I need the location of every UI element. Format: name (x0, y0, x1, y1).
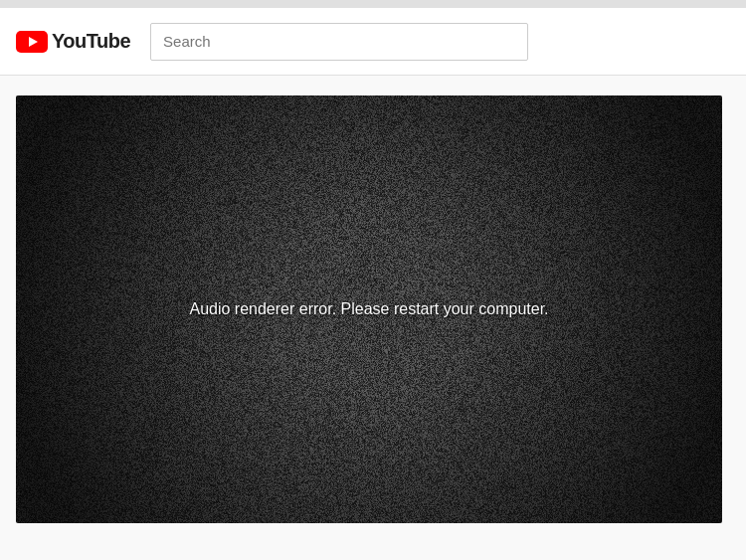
video-player: Audio renderer error. Please restart you… (16, 95, 722, 523)
main-content: Audio renderer error. Please restart you… (0, 76, 746, 543)
youtube-logo-text: YouTube (52, 30, 130, 53)
youtube-logo[interactable]: YouTube (16, 30, 130, 53)
audio-error-message: Audio renderer error. Please restart you… (189, 300, 548, 318)
site-header: YouTube (0, 8, 746, 76)
search-bar[interactable] (150, 23, 528, 61)
search-input[interactable] (151, 25, 527, 58)
youtube-play-icon (16, 31, 48, 53)
browser-top-bar (0, 0, 746, 8)
